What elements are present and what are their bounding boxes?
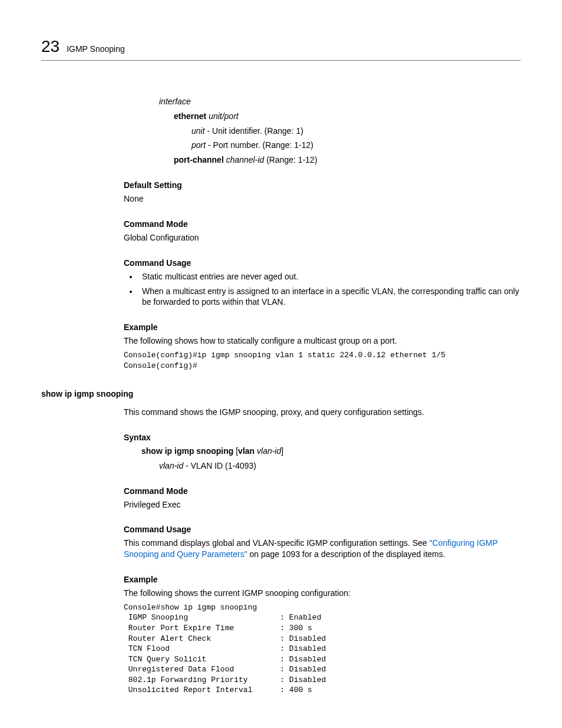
heading-command-usage-2: Command Usage bbox=[124, 524, 521, 535]
list-item: When a multicast entry is assigned to an… bbox=[138, 286, 521, 308]
heading-syntax: Syntax bbox=[124, 432, 521, 443]
command-intro: This command shows the IGMP snooping, pr… bbox=[124, 407, 521, 418]
chapter-number: 23 bbox=[41, 35, 59, 58]
param-port-channel: port-channel channel-id (Range: 1-12) bbox=[174, 154, 521, 166]
heading-example-1: Example bbox=[124, 322, 521, 333]
command-usage-1-list: Static multicast entries are never aged … bbox=[124, 271, 521, 308]
default-setting-body: None bbox=[124, 193, 521, 205]
heading-command-usage-1: Command Usage bbox=[124, 258, 521, 269]
syntax-line: show ip igmp snooping [vlan vlan-id] bbox=[141, 446, 521, 457]
example-1-code: Console(config)#ip igmp snooping vlan 1 … bbox=[124, 350, 521, 371]
command-mode-2-body: Privileged Exec bbox=[124, 499, 521, 510]
command-mode-1-body: Global Configuration bbox=[124, 232, 521, 243]
heading-command-mode-1: Command Mode bbox=[124, 219, 521, 230]
command-title-show-ip-igmp: show ip igmp snooping bbox=[41, 388, 521, 400]
param-ethernet: ethernet unit/port bbox=[174, 111, 521, 122]
param-interface: interface bbox=[159, 96, 521, 107]
param-port: port - Port number. (Range: 1-12) bbox=[191, 140, 521, 151]
example-2-body: The following shows the current IGMP sno… bbox=[124, 588, 521, 599]
heading-command-mode-2: Command Mode bbox=[124, 486, 521, 497]
chapter-title: IGMP Snooping bbox=[67, 44, 125, 55]
param-unit: unit - Unit identifier. (Range: 1) bbox=[191, 126, 521, 137]
example-2-code: Console#show ip igmp snooping IGMP Snoop… bbox=[124, 602, 521, 696]
page-header: 23 IGMP Snooping bbox=[41, 35, 521, 61]
syntax-arg-desc: vlan-id - VLAN ID (1-4093) bbox=[159, 460, 521, 472]
list-item: Static multicast entries are never aged … bbox=[138, 271, 521, 282]
example-1-body: The following shows how to statically co… bbox=[124, 335, 521, 347]
heading-example-2: Example bbox=[124, 574, 521, 585]
heading-default-setting: Default Setting bbox=[124, 180, 521, 191]
command-usage-2-body: This command displays global and VLAN-sp… bbox=[124, 538, 521, 560]
